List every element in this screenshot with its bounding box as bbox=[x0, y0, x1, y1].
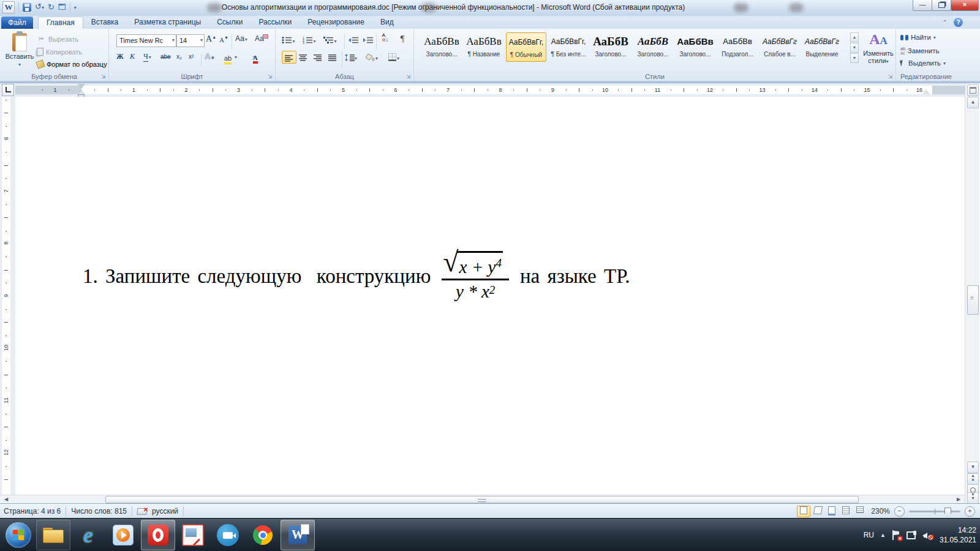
web-layout-view-button[interactable] bbox=[825, 506, 839, 517]
taskbar-movie-button[interactable] bbox=[211, 520, 245, 550]
dialog-launcher-icon[interactable]: ⇲ bbox=[888, 73, 894, 80]
gallery-up-icon[interactable]: ▲ bbox=[850, 32, 859, 42]
zoom-out-icon[interactable]: − bbox=[894, 506, 905, 517]
align-left-button[interactable] bbox=[282, 51, 296, 64]
dialog-launcher-icon[interactable]: ⇲ bbox=[101, 73, 107, 80]
tab-Главная[interactable]: Главная bbox=[38, 17, 83, 29]
zoom-level[interactable]: 230% bbox=[871, 507, 890, 515]
language-switcher[interactable]: RU bbox=[864, 531, 874, 539]
tab-Рассылки[interactable]: Рассылки bbox=[251, 17, 300, 28]
replace-button[interactable]: abac Заменить bbox=[900, 47, 939, 55]
tab-Вставка[interactable]: Вставка bbox=[83, 17, 127, 28]
style-chip-6[interactable]: АаБбВЗаголово... bbox=[633, 32, 673, 62]
zoom-in-icon[interactable]: + bbox=[965, 506, 975, 517]
sort-button[interactable]: АЯ↓ bbox=[379, 32, 392, 44]
align-right-button[interactable] bbox=[311, 51, 325, 62]
copy-button[interactable]: Копировать bbox=[37, 48, 82, 56]
change-case-button[interactable]: Аа▾ bbox=[235, 34, 247, 43]
superscript-button[interactable]: x² bbox=[189, 53, 194, 60]
restore-button[interactable] bbox=[932, 0, 951, 11]
network-icon[interactable] bbox=[907, 531, 916, 539]
line-spacing-button[interactable]: ▾ bbox=[344, 51, 358, 62]
horizontal-scrollbar[interactable]: ◀ ▶ bbox=[0, 495, 965, 504]
language-indicator[interactable]: русский bbox=[152, 507, 178, 515]
bold-button[interactable]: Ж bbox=[116, 52, 124, 61]
tab-selector-button[interactable] bbox=[2, 84, 14, 96]
scroll-left-icon[interactable]: ◀ bbox=[1, 496, 11, 503]
scroll-up-icon[interactable]: ▲ bbox=[967, 97, 979, 108]
style-chip-10[interactable]: АаБбВвГгВыделение bbox=[802, 32, 842, 62]
style-chip-7[interactable]: АаБбВвЗаголово... bbox=[675, 32, 715, 62]
font-size-combobox[interactable]: 14▾ bbox=[176, 34, 205, 47]
zoom-slider[interactable] bbox=[909, 511, 960, 512]
first-line-indent-marker[interactable] bbox=[78, 84, 85, 88]
style-chip-8[interactable]: АаБбВвПодзагол... bbox=[717, 32, 758, 62]
borders-button[interactable]: ▾ bbox=[387, 51, 401, 62]
print-layout-view-button[interactable] bbox=[797, 506, 810, 517]
tray-expand-icon[interactable]: ▲ bbox=[880, 532, 886, 538]
vertical-scroll-thumb[interactable] bbox=[967, 285, 979, 315]
justify-button[interactable] bbox=[326, 51, 339, 62]
bullets-button[interactable]: ▾ bbox=[282, 34, 295, 45]
decrease-indent-button[interactable] bbox=[347, 34, 360, 45]
taskbar-explorer-button[interactable] bbox=[36, 520, 70, 550]
word-count[interactable]: Число слов: 815 bbox=[71, 507, 127, 515]
multilevel-list-button[interactable]: ▾ bbox=[323, 34, 337, 45]
highlight-color-button[interactable]: ab bbox=[224, 55, 232, 64]
select-button[interactable]: Выделить▾ bbox=[900, 59, 946, 67]
tab-file[interactable]: Файл bbox=[1, 17, 33, 29]
shrink-font-button[interactable]: А▼ bbox=[219, 36, 228, 44]
style-chip-2[interactable]: АаБбВв¶ Название bbox=[464, 32, 504, 62]
help-icon[interactable]: ? bbox=[954, 18, 963, 27]
highlight-dropdown[interactable]: ▾ bbox=[234, 52, 237, 61]
clear-formatting-button[interactable]: Аа bbox=[255, 34, 268, 43]
gallery-more-icon[interactable]: ▼ bbox=[850, 53, 859, 63]
text-effects-button[interactable]: А▾ bbox=[205, 51, 214, 61]
vertical-scrollbar[interactable]: ▲ ▼ ▲▲ ▼▼ bbox=[965, 83, 979, 503]
dialog-launcher-icon[interactable]: ⇲ bbox=[268, 73, 274, 80]
numbering-button[interactable]: 123▾ bbox=[303, 34, 316, 45]
style-chip-3[interactable]: АаБбВвГг,¶ Обычный bbox=[506, 32, 546, 62]
style-chip-4[interactable]: АаБбВвГг,¶ Без инте... bbox=[548, 32, 589, 62]
show-marks-button[interactable]: ¶ bbox=[396, 32, 409, 44]
vertical-ruler[interactable]: 6789101112 bbox=[2, 97, 10, 495]
grow-font-button[interactable]: А▲ bbox=[206, 34, 216, 44]
hanging-indent-marker[interactable] bbox=[78, 90, 85, 94]
previous-page-button[interactable]: ▲▲ bbox=[967, 473, 979, 485]
taskbar-ie-button[interactable]: e bbox=[71, 520, 105, 550]
minimize-ribbon-icon[interactable]: ⌃ bbox=[943, 19, 948, 26]
zoom-slider-thumb[interactable] bbox=[944, 508, 951, 517]
tab-Ссылки[interactable]: Ссылки bbox=[209, 17, 251, 28]
paste-button[interactable]: Вставить▾ bbox=[5, 33, 34, 69]
increase-indent-button[interactable] bbox=[361, 34, 375, 45]
tab-Вид[interactable]: Вид bbox=[372, 17, 402, 28]
font-family-combobox[interactable]: Times New Rc▾ bbox=[116, 34, 176, 47]
format-painter-button[interactable]: Формат по образцу bbox=[37, 61, 107, 68]
proofing-errors-icon[interactable] bbox=[137, 508, 147, 515]
scroll-down-icon[interactable]: ▼ bbox=[967, 462, 979, 473]
document-page[interactable]: 1. Запишите следующую конструкцию √x + y… bbox=[15, 97, 965, 495]
style-chip-9[interactable]: АаБбВвГгСлабое в... bbox=[760, 32, 800, 62]
shading-button[interactable]: ▾ bbox=[365, 51, 379, 62]
subscript-button[interactable]: x₂ bbox=[176, 53, 182, 60]
tab-Рецензирование[interactable]: Рецензирование bbox=[300, 17, 372, 28]
dialog-launcher-icon[interactable]: ⇲ bbox=[406, 73, 412, 80]
ruler-toggle-button[interactable] bbox=[967, 84, 979, 96]
scroll-right-icon[interactable]: ▶ bbox=[954, 496, 963, 503]
clock[interactable]: 14:22 31.05.2021 bbox=[940, 525, 976, 545]
strikethrough-button[interactable]: abe bbox=[160, 53, 171, 60]
tab-Разметка страницы[interactable]: Разметка страницы bbox=[126, 17, 209, 28]
horizontal-scroll-thumb[interactable] bbox=[105, 496, 859, 503]
align-center-button[interactable] bbox=[296, 51, 310, 62]
action-center-icon[interactable]: ✕ bbox=[892, 530, 900, 540]
font-color-dropdown[interactable]: ▾ bbox=[252, 52, 255, 61]
find-button[interactable]: Найти▾ bbox=[900, 34, 936, 41]
taskbar-photo-button[interactable] bbox=[176, 520, 210, 550]
taskbar-opera-button[interactable] bbox=[141, 520, 175, 550]
volume-muted-icon[interactable]: ⃠ bbox=[922, 530, 933, 540]
horizontal-ruler[interactable]: 123456789101112131415161 bbox=[15, 86, 965, 94]
page-indicator[interactable]: Страница: 4 из 6 bbox=[4, 507, 61, 515]
taskbar-start-button[interactable] bbox=[1, 520, 36, 550]
taskbar-wmp-button[interactable] bbox=[106, 520, 140, 550]
fullscreen-reading-view-button[interactable] bbox=[811, 506, 824, 517]
